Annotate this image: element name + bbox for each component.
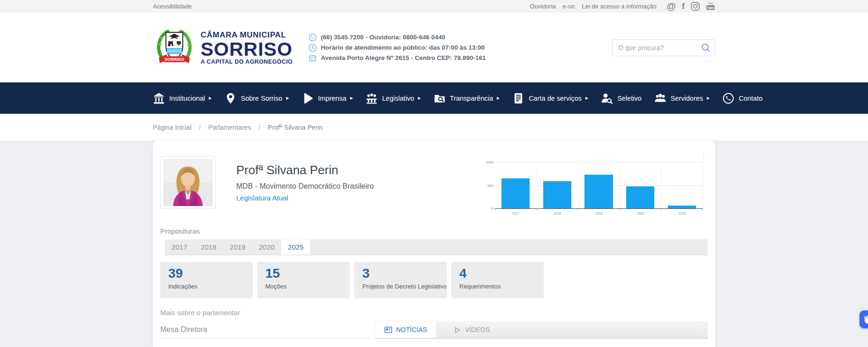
contact-hours-text: Horário de atendimento ao público: das 0… <box>321 44 485 51</box>
nav-item-label: Carta de serviços <box>529 95 582 102</box>
tab-noticias[interactable]: NOTÍCIAS <box>375 321 436 338</box>
x-axis-label: 2019 <box>578 212 620 215</box>
chart-vgridline <box>578 162 578 208</box>
nav-item-label: Imprensa <box>318 95 346 102</box>
breadcrumb-separator: / <box>258 124 260 131</box>
breadcrumb-current: Profª Silvana Perin <box>268 124 322 131</box>
stat-card-requerimentos: 4 Requerimentos <box>451 262 544 298</box>
chart-vgridline <box>661 162 661 208</box>
chart-bar-2018 <box>543 181 571 208</box>
tribune-icon <box>366 92 378 104</box>
nav-item-label: Institucional <box>169 95 205 102</box>
breadcrumb-separator: / <box>199 124 201 131</box>
chart-menu-icon[interactable]: ⋮ <box>701 154 707 160</box>
parliamentarian-party: MDB - Movimento Democrático Brasileiro <box>236 182 374 191</box>
site-search <box>612 39 715 56</box>
svg-text:You: You <box>708 2 713 5</box>
newspaper-icon <box>384 326 392 333</box>
caret-right-icon: ▶ <box>209 96 212 100</box>
parliamentarian-card: Profª Silvana Perin MDB - Movimento Demo… <box>153 140 715 347</box>
breadcrumb: Página inicial / Parlamentares / Profª S… <box>153 114 715 140</box>
tab-2017[interactable]: 2017 <box>165 239 194 255</box>
breadcrumb-parlamentares[interactable]: Parlamentares <box>208 124 251 131</box>
phone-icon <box>308 33 317 42</box>
people-icon <box>654 92 666 104</box>
youtube-icon[interactable]: YouTube <box>706 1 715 12</box>
tab-2018[interactable]: 2018 <box>194 239 223 255</box>
more-about-label: Mais sobre o parlamentar <box>160 309 708 317</box>
x-axis-label: 2020 <box>620 212 661 215</box>
play-icon <box>302 92 314 104</box>
x-axis-tickmark <box>495 208 495 210</box>
nav-item-seletivo[interactable]: Seletivo <box>601 92 642 104</box>
y-axis-tick: 1000 <box>486 161 493 164</box>
caret-right-icon: ▶ <box>707 96 710 100</box>
nav-item-label: Sobre Sorriso <box>241 95 283 102</box>
nav-item-carta-de-servicos[interactable]: Carta de serviços ▶ <box>512 92 588 104</box>
svg-text:Tube: Tube <box>707 6 714 9</box>
nav-item-transparencia[interactable]: Transparência ▶ <box>434 92 500 104</box>
tab-videos[interactable]: VÍDEOS <box>444 321 499 338</box>
proposituras-label: Proposituras <box>160 227 708 235</box>
hands-icon <box>862 313 868 325</box>
nav-item-imprensa[interactable]: Imprensa ▶ <box>302 92 353 104</box>
nav-item-label: Legislativo <box>382 95 414 102</box>
main-navigation: Institucional ▶ Sobre Sorriso ▶ Imprensa… <box>0 82 868 114</box>
stat-value: 4 <box>459 266 544 281</box>
stat-label: Projetos de Decreto Legislativo <box>362 283 447 290</box>
proposituras-chart: ⋮ 0 500 1000 2017 2018 2019 2020 2025 <box>482 152 706 222</box>
search-icon[interactable] <box>701 43 711 53</box>
tab-2020[interactable]: 2020 <box>252 239 281 255</box>
legislatura-atual-link[interactable]: Legislatura Atual <box>236 194 288 202</box>
chart-x-axis-labels: 2017 2018 2019 2020 2025 <box>495 212 703 215</box>
site-logo[interactable]: SORRISO CÂMARA MUNICIPAL SORRISO A CAPIT… <box>153 27 292 69</box>
libras-accessibility-widget[interactable] <box>860 310 868 328</box>
tab-2025[interactable]: 2025 <box>281 239 310 255</box>
facebook-icon[interactable]: f <box>682 1 685 12</box>
esic-link[interactable]: e-sic <box>562 3 575 10</box>
nav-item-label: Transparência <box>450 95 493 102</box>
stats-row: 39 Indicações 15 Moções 3 Projetos de De… <box>160 262 708 298</box>
nav-item-sobre-sorriso[interactable]: Sobre Sorriso ▶ <box>224 92 289 104</box>
stat-card-mocoes: 15 Moções <box>257 262 350 298</box>
clock-icon <box>308 44 317 52</box>
x-axis-tickmark <box>578 208 578 210</box>
nav-item-label: Servidores <box>671 95 703 102</box>
chart-vgridline <box>537 162 537 208</box>
x-axis-tickmark <box>661 208 661 210</box>
email-icon[interactable]: @ <box>666 1 676 12</box>
svg-text:SORRISO: SORRISO <box>165 57 184 62</box>
nav-item-label: Seletivo <box>617 95 642 102</box>
building-icon <box>308 54 317 62</box>
contact-address-text: Avenida Porto Alegre Nº 2615 - Centro CE… <box>321 54 486 61</box>
logo-line3: A CAPITAL DO AGRONEGÓCIO <box>201 59 292 65</box>
caret-right-icon: ▶ <box>350 96 353 100</box>
logo-line2: SORRISO <box>201 40 292 59</box>
nav-item-legislativo[interactable]: Legislativo ▶ <box>366 92 421 104</box>
accessibility-link[interactable]: Acessibilidade <box>153 3 192 10</box>
nav-item-servidores[interactable]: Servidores ▶ <box>654 92 710 104</box>
document-icon <box>512 92 524 104</box>
nav-item-institucional[interactable]: Institucional ▶ <box>153 92 212 104</box>
stat-card-indicacoes: 39 Indicações <box>160 262 253 298</box>
instagram-icon[interactable] <box>691 1 700 12</box>
tab-2019[interactable]: 2019 <box>223 239 252 255</box>
folder-search-icon <box>434 92 446 104</box>
stat-value: 39 <box>168 266 253 281</box>
phone-circle-icon <box>722 92 734 104</box>
breadcrumb-strip: Página inicial / Parlamentares / Profª S… <box>0 114 868 140</box>
ouvidoria-link[interactable]: Ouvidoria <box>530 3 556 10</box>
stat-card-projetos-decreto: 3 Projetos de Decreto Legislativo <box>354 262 447 298</box>
bottom-section: Mesa Diretora NOTÍCIAS VÍDEOS <box>160 321 708 339</box>
coat-of-arms: SORRISO <box>153 27 196 69</box>
nav-item-label: Contato <box>739 95 763 102</box>
breadcrumb-home[interactable]: Página inicial <box>153 124 192 131</box>
nav-item-contato[interactable]: Contato <box>722 92 763 104</box>
play-outline-icon <box>453 326 461 333</box>
lei-acesso-link[interactable]: Lei de acesso a informação <box>582 3 657 10</box>
bank-icon <box>153 92 165 104</box>
x-axis-tickmark <box>620 208 620 210</box>
search-input[interactable] <box>612 39 715 56</box>
stat-value: 15 <box>265 266 350 281</box>
contact-address-row: Avenida Porto Alegre Nº 2615 - Centro CE… <box>308 54 486 62</box>
